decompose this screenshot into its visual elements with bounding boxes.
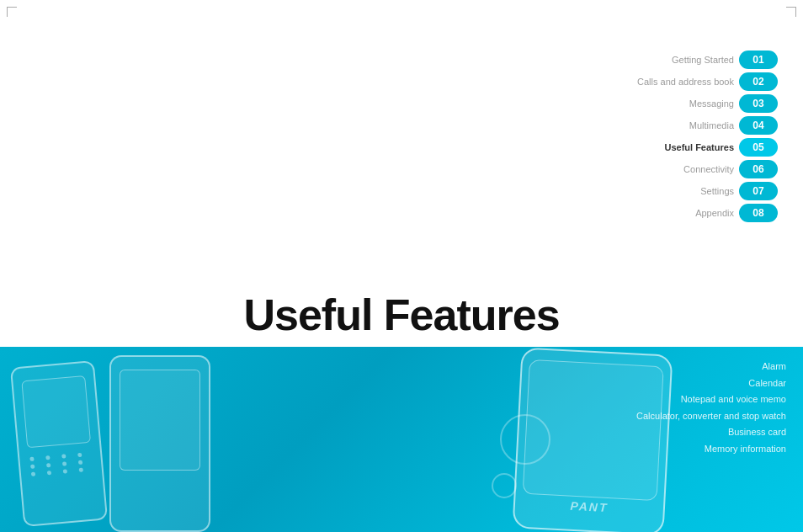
page-title: Useful Features xyxy=(25,290,778,340)
nav-badge-4[interactable]: 05 xyxy=(739,138,778,157)
nav-item-3: Multimedia04 xyxy=(689,116,778,135)
nav-label-0: Getting Started xyxy=(672,55,734,65)
nav-label-6: Settings xyxy=(700,186,734,196)
keypad-dot xyxy=(79,468,83,472)
deco-circle-1 xyxy=(500,414,550,465)
keypad-dot xyxy=(46,463,51,467)
keypad-dot xyxy=(61,454,66,458)
keypad-dot xyxy=(77,453,82,457)
phone-middle xyxy=(109,355,210,532)
nav-badge-2[interactable]: 03 xyxy=(739,94,778,113)
keypad-dot xyxy=(31,472,35,476)
content-item-0: Alarm xyxy=(636,359,786,374)
nav-item-4: Useful Features05 xyxy=(664,138,778,157)
nav-label-3: Multimedia xyxy=(689,120,734,130)
nav-label-2: Messaging xyxy=(689,98,734,109)
nav-label-7: Appendix xyxy=(695,208,734,218)
keypad-dot xyxy=(29,457,34,461)
keypad-dot xyxy=(30,465,35,469)
nav-label-1: Calls and address book xyxy=(637,77,734,87)
nav-item-1: Calls and address book02 xyxy=(637,72,778,91)
nav-item-6: Settings07 xyxy=(700,182,778,200)
content-item-4: Business card xyxy=(636,425,786,439)
keypad-dot xyxy=(78,460,82,465)
nav-label-4: Useful Features xyxy=(664,142,734,152)
keypad-dot xyxy=(47,471,51,475)
deco-circle-2 xyxy=(492,473,517,498)
nav-panel: Getting Started01Calls and address book0… xyxy=(637,51,778,222)
nav-badge-6[interactable]: 07 xyxy=(739,182,778,200)
keypad-dots xyxy=(29,452,92,476)
keypad-dot xyxy=(45,455,50,460)
corner-mark-tl xyxy=(7,7,17,17)
content-item-5: Memory information xyxy=(636,442,786,456)
nav-badge-5[interactable]: 06 xyxy=(739,160,778,178)
phone-left-keypad xyxy=(29,444,94,508)
nav-label-5: Connectivity xyxy=(683,164,734,174)
nav-item-5: Connectivity06 xyxy=(683,160,778,178)
nav-badge-0[interactable]: 01 xyxy=(739,51,778,69)
nav-item-7: Appendix08 xyxy=(695,204,778,222)
content-item-1: Calendar xyxy=(636,376,786,391)
nav-badge-7[interactable]: 08 xyxy=(739,204,778,222)
phone-middle-screen xyxy=(120,370,200,471)
nav-badge-1[interactable]: 02 xyxy=(739,72,778,91)
nav-item-0: Getting Started01 xyxy=(672,51,778,69)
corner-mark-tr xyxy=(786,7,796,17)
phone-left-screen xyxy=(21,375,91,448)
content-item-3: Calculator, converter and stop watch xyxy=(636,409,786,423)
nav-item-2: Messaging03 xyxy=(689,94,778,113)
blue-area: PANT AlarmCalendarNotepad and voice memo… xyxy=(0,347,803,532)
keypad-dot xyxy=(63,469,67,473)
nav-badge-3[interactable]: 04 xyxy=(739,116,778,135)
keypad-dot xyxy=(62,461,66,466)
content-list: AlarmCalendarNotepad and voice memoCalcu… xyxy=(636,359,786,455)
content-item-2: Notepad and voice memo xyxy=(636,392,786,407)
phone-left xyxy=(10,360,108,527)
